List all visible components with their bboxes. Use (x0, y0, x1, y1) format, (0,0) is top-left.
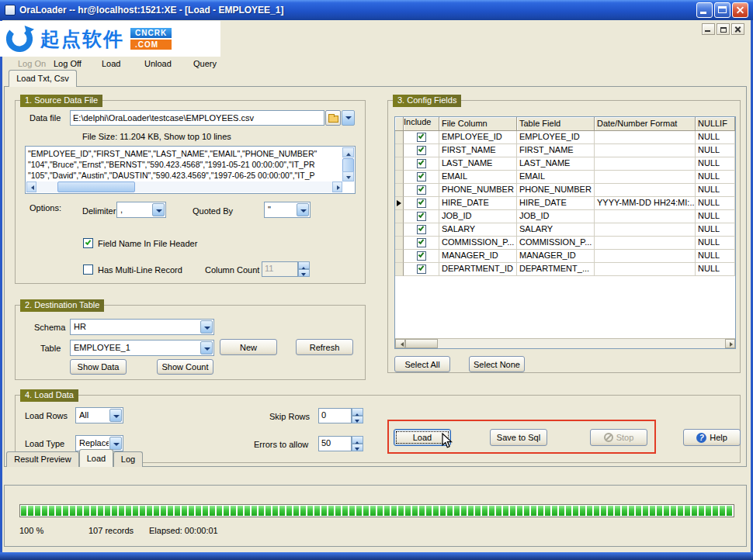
file-column-cell[interactable]: LAST_NAME (439, 157, 517, 171)
file-history-dropdown-button[interactable] (342, 110, 355, 126)
column-header-table-field[interactable]: Table Field (517, 117, 595, 131)
toolbar-item-load[interactable]: Load (99, 56, 123, 71)
memo-vertical-scrollbar[interactable] (342, 147, 354, 181)
config-grid-row[interactable]: EMAILEMAILNULL (395, 171, 735, 184)
format-cell[interactable] (595, 171, 696, 184)
minimize-button[interactable] (696, 2, 713, 18)
select-all-button[interactable]: Select All (394, 356, 450, 372)
format-cell[interactable] (595, 250, 696, 263)
multiline-checkbox[interactable] (83, 264, 93, 275)
include-cell[interactable] (404, 131, 439, 144)
column-header-nullif[interactable]: NULLIF (696, 117, 735, 131)
field-name-checkbox-label[interactable]: Field Name In File Header (98, 239, 197, 248)
config-grid[interactable]: Include File Column Table Field Date/Num… (394, 116, 736, 349)
table-field-cell[interactable]: HIRE_DATE (517, 197, 595, 210)
errors-to-allow-spinner[interactable]: 50 (318, 436, 363, 451)
table-field-cell[interactable]: DEPARTMENT_... (517, 263, 595, 276)
include-checkbox[interactable] (417, 225, 426, 234)
format-cell[interactable] (595, 263, 696, 276)
grid-horizontal-scrollbar[interactable] (395, 338, 735, 348)
config-grid-row[interactable]: COMMISSION_P...COMMISSION_P...NULL (395, 237, 735, 250)
file-column-cell[interactable]: JOB_ID (439, 210, 517, 223)
file-column-cell[interactable]: MANAGER_ID (439, 250, 517, 263)
table-field-cell[interactable]: EMPLOYEE_ID (517, 131, 595, 144)
dropdown-button[interactable] (152, 203, 165, 216)
file-column-cell[interactable]: EMPLOYEE_ID (439, 131, 517, 144)
nullif-cell[interactable]: NULL (696, 171, 735, 184)
file-column-cell[interactable]: SALARY (439, 223, 517, 237)
nullif-cell[interactable]: NULL (696, 184, 735, 197)
config-grid-row[interactable]: DEPARTMENT_IDDEPARTMENT_...NULL (395, 263, 735, 276)
include-checkbox[interactable] (417, 133, 426, 142)
table-field-cell[interactable]: LAST_NAME (517, 157, 595, 171)
include-cell[interactable] (404, 171, 439, 184)
save-to-sql-button[interactable]: Save to Sql (490, 429, 547, 446)
spinner-up-button[interactable] (352, 408, 363, 416)
spinner-down-button[interactable] (352, 444, 363, 451)
dropdown-button[interactable] (200, 341, 213, 354)
scroll-left-button[interactable] (395, 339, 405, 348)
include-cell[interactable] (404, 263, 439, 276)
memo-horizontal-scrollbar[interactable] (26, 181, 342, 192)
tab-load-txt-csv[interactable]: Load Txt, Csv (9, 70, 77, 87)
nullif-cell[interactable]: NULL (696, 223, 735, 237)
file-column-cell[interactable]: EMAIL (439, 171, 517, 184)
mdi-close-button[interactable] (731, 23, 744, 35)
include-cell[interactable] (404, 144, 439, 157)
nullif-cell[interactable]: NULL (696, 144, 735, 157)
dropdown-button[interactable] (109, 437, 122, 450)
tab-result-preview[interactable]: Result Preview (6, 451, 79, 467)
file-column-cell[interactable]: COMMISSION_P... (439, 237, 517, 250)
schema-combo[interactable]: HR (70, 319, 214, 335)
table-field-cell[interactable]: FIRST_NAME (517, 144, 595, 157)
file-column-cell[interactable]: HIRE_DATE (439, 197, 517, 210)
format-cell[interactable] (595, 184, 696, 197)
quoted-by-combo[interactable]: " (264, 202, 311, 218)
nullif-cell[interactable]: NULL (696, 263, 735, 276)
load-rows-combo[interactable]: All (75, 407, 123, 423)
toolbar-item-query[interactable]: Query (190, 56, 220, 71)
table-combo[interactable]: EMPLOYEE_1 (70, 340, 214, 356)
scrollbar-thumb[interactable] (57, 181, 135, 192)
maximize-button[interactable] (714, 2, 730, 18)
format-cell[interactable] (595, 144, 696, 157)
include-checkbox[interactable] (417, 172, 426, 181)
delimiter-combo[interactable]: , (116, 202, 166, 218)
table-field-cell[interactable]: EMAIL (517, 171, 595, 184)
include-checkbox[interactable] (417, 146, 426, 155)
config-grid-row[interactable]: PHONE_NUMBERPHONE_NUMBERNULL (395, 184, 735, 197)
include-cell[interactable] (404, 237, 439, 250)
include-checkbox[interactable] (417, 251, 426, 261)
include-checkbox[interactable] (417, 264, 426, 274)
nullif-cell[interactable]: NULL (696, 131, 735, 144)
spinner-down-button[interactable] (352, 416, 363, 423)
config-grid-row[interactable]: LAST_NAMELAST_NAMENULL (395, 157, 735, 171)
multiline-checkbox-label[interactable]: Has Multi-Line Record (98, 265, 182, 275)
close-button[interactable] (732, 2, 748, 18)
file-preview-memo[interactable]: "EMPLOYEE_ID","FIRST_NAME","LAST_NAME","… (25, 146, 356, 194)
scroll-right-button[interactable] (332, 181, 342, 192)
config-grid-row[interactable]: FIRST_NAMEFIRST_NAMENULL (395, 144, 735, 157)
help-button[interactable]: ?Help (683, 429, 741, 446)
config-grid-row[interactable]: EMPLOYEE_IDEMPLOYEE_IDNULL (395, 131, 735, 144)
include-cell[interactable] (404, 223, 439, 237)
table-field-cell[interactable]: JOB_ID (517, 210, 595, 223)
include-cell[interactable] (404, 250, 439, 263)
nullif-cell[interactable]: NULL (696, 250, 735, 263)
new-table-button[interactable]: New (220, 339, 277, 355)
include-checkbox[interactable] (417, 185, 426, 195)
select-none-button[interactable]: Select None (469, 356, 525, 372)
format-cell[interactable] (595, 131, 696, 144)
column-header-file-column[interactable]: File Column (439, 117, 517, 131)
skip-rows-spinner[interactable]: 0 (318, 408, 363, 423)
config-grid-row[interactable]: JOB_IDJOB_IDNULL (395, 210, 735, 223)
field-name-checkbox[interactable] (83, 238, 93, 248)
nullif-cell[interactable]: NULL (696, 157, 735, 171)
scroll-left-button[interactable] (26, 181, 36, 192)
scroll-up-button[interactable] (342, 147, 354, 157)
spinner-up-button[interactable] (352, 436, 363, 444)
include-checkbox[interactable] (417, 159, 426, 168)
table-field-cell[interactable]: MANAGER_ID (517, 250, 595, 263)
include-checkbox[interactable] (417, 212, 426, 221)
include-cell[interactable] (404, 197, 439, 210)
